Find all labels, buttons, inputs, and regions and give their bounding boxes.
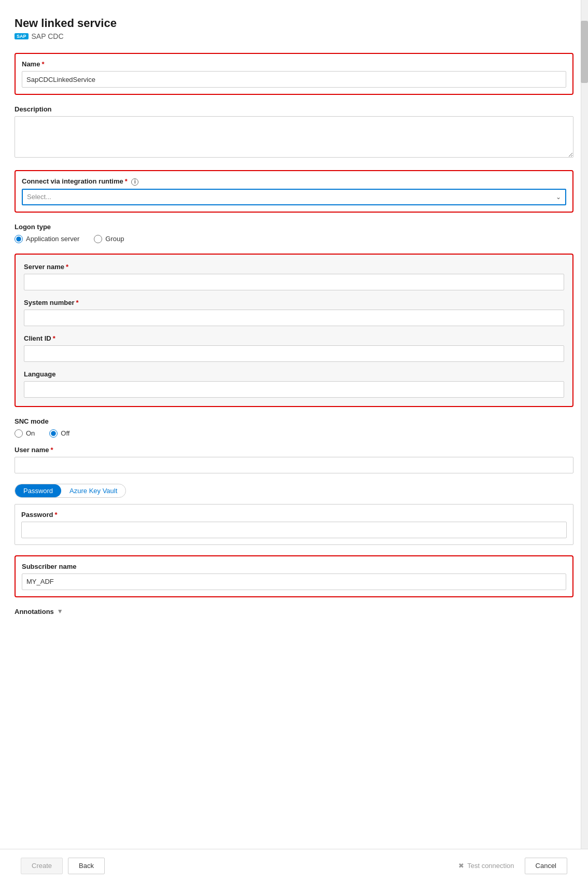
integration-runtime-group: Connect via integration runtime* i Selec… [15,170,573,213]
snc-off-radio[interactable] [49,429,58,438]
system-number-required: * [76,299,79,306]
sap-badge: SAP SAP CDC [15,32,573,40]
logon-type-app-server-label: Application server [26,235,79,243]
language-group: Language [24,370,564,398]
password-tab[interactable]: Password [15,484,61,497]
scrollbar[interactable] [581,0,588,882]
user-name-input[interactable] [15,457,573,473]
snc-on-option[interactable]: On [15,429,35,438]
annotations-label: Annotations ▼ [15,608,573,615]
description-textarea[interactable] [15,116,573,158]
snc-on-radio[interactable] [15,429,23,438]
password-input[interactable] [21,522,567,538]
server-name-required: * [66,263,68,271]
name-required-star: * [41,60,44,68]
back-button[interactable]: Back [68,858,105,874]
test-connection-label: Test connection [467,862,514,870]
integration-runtime-select-wrapper: Select... ⌄ [22,189,566,205]
azure-key-vault-tab[interactable]: Azure Key Vault [61,484,125,497]
sap-label: SAP CDC [32,32,64,40]
test-connection-button[interactable]: ✖ Test connection [453,862,519,870]
sap-logo-icon: SAP [15,33,29,39]
footer-right: ✖ Test connection Cancel [453,858,567,874]
name-label: Name* [22,60,566,68]
integration-runtime-select[interactable]: Select... [22,189,566,205]
integration-runtime-label: Connect via integration runtime* i [22,177,566,186]
create-button[interactable]: Create [21,858,63,874]
password-required: * [54,511,57,519]
client-id-label: Client ID* [24,334,564,342]
integration-runtime-info-icon[interactable]: i [131,178,138,186]
language-input[interactable] [24,381,564,398]
name-field-group: Name* SapCDCLinkedService [15,53,573,95]
language-label: Language [24,370,564,378]
snc-mode-label: SNC mode [15,417,573,425]
password-section: Password* [15,504,573,545]
system-number-group: System number* [24,299,564,326]
logon-type-radio-group: Application server Group [15,235,573,243]
logon-type-group-option[interactable]: Group [94,235,124,243]
server-section: Server name* System number* Client ID* L… [15,254,573,407]
subscriber-name-section: Subscriber name MY_ADF [15,555,573,597]
description-group: Description [15,105,573,160]
snc-mode-group: SNC mode On Off [15,417,573,438]
client-id-group: Client ID* [24,334,564,362]
description-label: Description [15,105,573,113]
snc-off-label: Off [61,429,69,437]
subscriber-name-input[interactable]: MY_ADF [22,573,566,590]
subscriber-name-label: Subscriber name [22,563,566,570]
name-input[interactable]: SapCDCLinkedService [22,71,566,88]
logon-type-group-label: Group [105,235,124,243]
logon-type-application-server[interactable]: Application server [15,235,79,243]
password-label: Password* [21,511,567,519]
footer-bar: Create Back ✖ Test connection Cancel [0,849,588,882]
scrollbar-thumb[interactable] [581,21,588,83]
system-number-input[interactable] [24,310,564,326]
snc-off-option[interactable]: Off [49,429,69,438]
user-name-label: User name* [15,446,573,454]
integration-required-star: * [125,177,128,185]
logon-type-group: Logon type Application server Group [15,223,573,243]
logon-type-app-server-radio[interactable] [15,235,23,243]
footer-left: Create Back [21,858,105,874]
cancel-button[interactable]: Cancel [525,858,567,874]
server-name-group: Server name* [24,263,564,290]
logon-type-group-radio[interactable] [94,235,102,243]
snc-on-label: On [26,429,35,437]
logon-type-label: Logon type [15,223,573,231]
password-tab-wrapper: Password Azure Key Vault [15,484,126,498]
snc-radio-group: On Off [15,429,573,438]
server-name-input[interactable] [24,274,564,290]
server-name-label: Server name* [24,263,564,271]
test-connection-icon: ✖ [458,862,464,870]
user-name-group: User name* [15,446,573,473]
annotations-group: Annotations ▼ [15,608,573,615]
client-id-required: * [53,334,55,342]
page-title: New linked service [15,17,573,30]
client-id-input[interactable] [24,345,564,362]
user-name-required: * [50,446,53,454]
system-number-label: System number* [24,299,564,306]
